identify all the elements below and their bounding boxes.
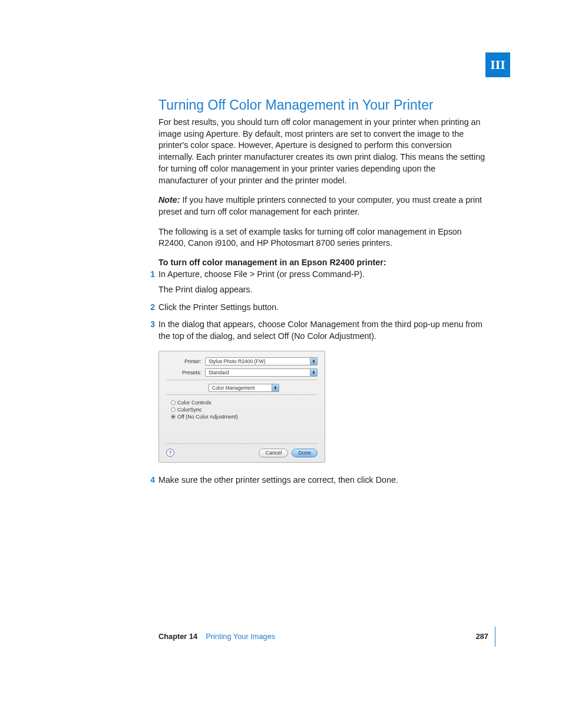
step-4: 4 Make sure the other printer settings a…	[158, 475, 485, 486]
printer-row: Printer: Stylus Photo R2400 (FW) ▲▼	[166, 357, 318, 365]
printer-value: Stylus Photo R2400 (FW)	[209, 358, 265, 364]
step-number: 2	[146, 302, 155, 313]
divider	[166, 380, 318, 380]
section-heading: Turning Off Color Management in Your Pri…	[158, 97, 485, 113]
step-text: Click the Printer Settings button.	[158, 302, 279, 312]
dialog-footer: ? Cancel Done	[166, 443, 318, 457]
dialog-buttons: Cancel Done	[259, 449, 318, 457]
footer-chapter: Chapter 14	[158, 632, 197, 641]
cancel-button[interactable]: Cancel	[259, 449, 288, 457]
page-footer: Chapter 14 Printing Your Images 287	[158, 632, 488, 641]
done-button[interactable]: Done	[292, 449, 318, 457]
page-content: Turning Off Color Management in Your Pri…	[158, 97, 485, 492]
step-text: In the dialog that appears, choose Color…	[158, 319, 482, 341]
radio-color-controls[interactable]: Color Controls	[171, 400, 318, 406]
section-tab: III	[485, 52, 510, 77]
footer-page-number: 287	[476, 632, 488, 641]
step-number: 1	[146, 269, 155, 280]
radio-icon	[171, 407, 176, 412]
step-number: 4	[146, 475, 155, 486]
radio-label: Off (No Color Adjustment)	[177, 414, 238, 420]
presets-select[interactable]: Standard ▲▼	[205, 368, 318, 377]
step-text: Make sure the other printer settings are…	[158, 475, 398, 485]
example-intro: The following is a set of example tasks …	[158, 226, 485, 249]
print-dialog-figure: Printer: Stylus Photo R2400 (FW) ▲▼ Pres…	[158, 351, 325, 463]
printer-label: Printer:	[166, 358, 205, 364]
note-label: Note:	[158, 195, 180, 205]
note-text: If you have multiple printers connected …	[158, 195, 482, 216]
footer-rule	[495, 627, 495, 647]
radio-colorsync[interactable]: ColorSync	[171, 407, 318, 413]
step-2: 2 Click the Printer Settings button.	[158, 302, 485, 314]
step-text: In Aperture, choose File > Print (or pre…	[158, 269, 365, 279]
presets-value: Standard	[209, 370, 229, 375]
section-select[interactable]: Color Management ▲▼	[209, 384, 279, 392]
footer-title: Printing Your Images	[206, 632, 275, 641]
step-number: 3	[146, 319, 155, 330]
presets-label: Presets:	[166, 370, 205, 375]
step-1: 1 In Aperture, choose File > Print (or p…	[158, 269, 485, 295]
select-arrow-icon: ▲▼	[310, 358, 317, 365]
presets-row: Presets: Standard ▲▼	[166, 368, 318, 377]
step-3: 3 In the dialog that appears, choose Col…	[158, 319, 485, 342]
step-subtext: The Print dialog appears.	[158, 284, 485, 296]
printer-select[interactable]: Stylus Photo R2400 (FW) ▲▼	[205, 357, 318, 365]
intro-paragraph: For best results, you should turn off co…	[158, 117, 485, 186]
select-arrow-icon: ▲▼	[310, 369, 317, 376]
note-paragraph: Note: If you have multiple printers conn…	[158, 195, 485, 218]
procedure-heading: To turn off color management in an Epson…	[158, 258, 485, 267]
radio-label: ColorSync	[177, 407, 202, 413]
select-arrow-icon: ▲▼	[272, 384, 279, 391]
radio-label: Color Controls	[177, 400, 211, 406]
help-button[interactable]: ?	[166, 449, 174, 457]
radio-icon-selected	[171, 414, 176, 419]
section-value: Color Management	[212, 385, 254, 391]
radio-off-no-color[interactable]: Off (No Color Adjustment)	[171, 414, 318, 420]
color-radio-group: Color Controls ColorSync Off (No Color A…	[171, 400, 318, 420]
divider	[166, 394, 318, 395]
radio-icon	[171, 400, 176, 405]
